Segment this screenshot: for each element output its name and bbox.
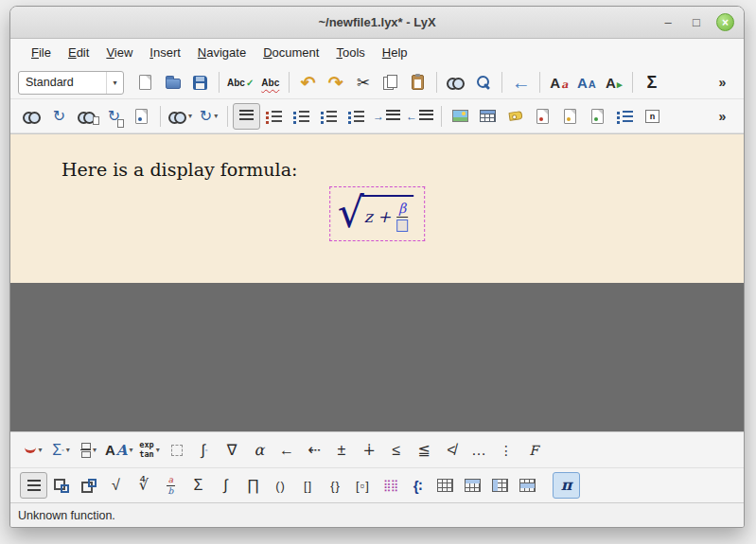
menu-file[interactable]: File bbox=[23, 42, 60, 63]
insert-cross-reference-button[interactable] bbox=[529, 103, 556, 130]
view-source-button[interactable] bbox=[128, 103, 155, 130]
minimize-button[interactable]: – bbox=[659, 13, 677, 32]
grid-delete-row-button[interactable] bbox=[514, 472, 541, 499]
close-button[interactable]: × bbox=[716, 13, 734, 31]
math-functions-dropdown[interactable]: exp tan ▾ bbox=[136, 437, 164, 464]
sum-button[interactable]: Σ bbox=[185, 472, 212, 499]
toolbar-separator bbox=[219, 72, 220, 93]
view-button[interactable] bbox=[18, 103, 45, 130]
save-document-button[interactable] bbox=[186, 69, 214, 96]
parentheses-button[interactable]: () bbox=[267, 472, 294, 499]
menu-edit[interactable]: Edit bbox=[60, 42, 97, 63]
apply-text-style-button[interactable]: A ▸ bbox=[600, 69, 627, 96]
menu-insert[interactable]: Insert bbox=[141, 42, 189, 63]
labeling-list-button[interactable] bbox=[343, 103, 370, 130]
update-button[interactable]: ↻ bbox=[45, 103, 73, 130]
leq-button[interactable]: ≤ bbox=[383, 437, 411, 464]
math-inset[interactable]: √ z + β bbox=[329, 186, 426, 241]
product-button[interactable]: ∏ bbox=[239, 472, 267, 499]
undo-button[interactable]: ↶ bbox=[294, 69, 322, 96]
menu-tools[interactable]: Tools bbox=[327, 42, 373, 63]
copy-button[interactable] bbox=[377, 69, 404, 96]
cases-icon: {∶ bbox=[413, 479, 423, 493]
grid-insert-button[interactable] bbox=[431, 472, 459, 499]
math-space-button[interactable] bbox=[164, 437, 191, 464]
numbered-list-button[interactable] bbox=[260, 103, 288, 130]
big-operators-dropdown[interactable]: Σ▫▾ bbox=[47, 437, 75, 464]
math-font-dropdown[interactable]: A A ▾ bbox=[102, 437, 136, 464]
increase-depth-button[interactable]: → bbox=[370, 103, 403, 130]
greek-letters-button[interactable]: α bbox=[246, 437, 273, 464]
vertical-dots-button[interactable]: ⋮ bbox=[493, 437, 520, 464]
brackets-button[interactable]: [] bbox=[294, 472, 322, 499]
insert-label-button[interactable] bbox=[501, 103, 529, 130]
empty-math-placeholder[interactable] bbox=[396, 219, 408, 232]
braces-button[interactable]: {} bbox=[322, 472, 349, 499]
title-bar[interactable]: ~/newfile1.lyx* - LyX – □ × bbox=[10, 7, 744, 39]
not-less-button[interactable]: ≮ bbox=[438, 437, 466, 464]
grid-add-row-button[interactable] bbox=[459, 472, 486, 499]
update-other-formats-button[interactable]: ↻▾ bbox=[195, 103, 222, 130]
toolbar-separator bbox=[632, 72, 633, 93]
paste-button[interactable] bbox=[404, 69, 431, 96]
misc-functions-button[interactable]: F bbox=[520, 437, 548, 464]
menu-help[interactable]: Help bbox=[374, 42, 416, 63]
document-canvas[interactable]: Here is a display formula: √ z + β bbox=[10, 133, 744, 283]
insert-math-button[interactable]: Σ bbox=[638, 69, 665, 96]
fractions-dropdown[interactable]: ▾ bbox=[75, 437, 102, 464]
new-document-button[interactable] bbox=[132, 69, 159, 96]
plus-minus-button[interactable]: ± bbox=[328, 437, 356, 464]
nabla-button[interactable]: ∇ bbox=[219, 437, 246, 464]
dots-button[interactable]: … bbox=[466, 437, 493, 464]
find-replace-button[interactable] bbox=[442, 69, 469, 96]
superscript-button[interactable] bbox=[75, 472, 102, 499]
update-master-button[interactable]: ↻ bbox=[100, 103, 128, 130]
fraction-button[interactable]: a b bbox=[157, 472, 185, 499]
math-display-toggle[interactable] bbox=[20, 472, 47, 499]
bullet-list-button[interactable] bbox=[288, 103, 315, 130]
arrows-button[interactable]: ← bbox=[273, 437, 301, 464]
square-root-button[interactable]: √ bbox=[102, 472, 130, 499]
view-master-button[interactable] bbox=[73, 103, 100, 130]
description-list-button[interactable] bbox=[315, 103, 343, 130]
emphasis-button[interactable]: A a bbox=[545, 69, 572, 96]
continuous-spellcheck-button[interactable]: Abc bbox=[256, 69, 284, 96]
insert-graphics-button[interactable] bbox=[447, 103, 474, 130]
insert-footnote-button[interactable] bbox=[556, 103, 584, 130]
open-document-button[interactable] bbox=[159, 69, 186, 96]
dot-plus-button[interactable]: ∔ bbox=[356, 437, 383, 464]
emphasis-icon: A a bbox=[550, 76, 568, 90]
navigate-back-button[interactable]: ← bbox=[507, 69, 535, 96]
menu-document[interactable]: Document bbox=[255, 42, 327, 63]
noun-style-button[interactable]: A A bbox=[572, 69, 600, 96]
subscript-button[interactable] bbox=[47, 472, 75, 499]
cases-environment-button[interactable]: {∶ bbox=[404, 472, 431, 499]
math-decorations-dropdown[interactable]: ▾ bbox=[20, 437, 47, 464]
maximize-button[interactable]: □ bbox=[688, 13, 705, 32]
integral-limits-button[interactable]: ∫▫ bbox=[191, 437, 219, 464]
insert-margin-note-button[interactable] bbox=[584, 103, 611, 130]
decrease-depth-button[interactable]: ← bbox=[403, 103, 436, 130]
grid-add-column-button[interactable] bbox=[486, 472, 514, 499]
insert-matrix-button[interactable]: ⣿⣿ bbox=[377, 472, 404, 499]
menu-view[interactable]: View bbox=[97, 42, 141, 63]
view-other-formats-button[interactable]: ▾ bbox=[166, 103, 195, 130]
toolbar-overflow-button[interactable]: » bbox=[709, 69, 736, 96]
redo-button[interactable]: ↷ bbox=[322, 69, 349, 96]
zoom-button[interactable] bbox=[469, 69, 497, 96]
menu-navigate[interactable]: Navigate bbox=[189, 42, 255, 63]
insert-note-button[interactable]: n bbox=[639, 103, 666, 130]
delimiters-button[interactable]: [▫] bbox=[349, 472, 377, 499]
cut-button[interactable]: ✂ bbox=[349, 69, 377, 96]
spellcheck-button[interactable]: Abc ✓ bbox=[224, 69, 256, 96]
insert-table-button[interactable] bbox=[474, 103, 501, 130]
math-panels-toggle[interactable]: π bbox=[553, 472, 580, 499]
leqq-button[interactable]: ≦ bbox=[411, 437, 438, 464]
nth-root-button[interactable]: ∜ bbox=[130, 472, 157, 499]
insert-toc-button[interactable] bbox=[611, 103, 639, 130]
dashed-arrows-button[interactable]: ⇠ bbox=[301, 437, 328, 464]
paragraph-settings-toggle[interactable] bbox=[233, 103, 260, 130]
integral-button[interactable]: ∫ bbox=[212, 472, 239, 499]
toolbar-overflow-button[interactable]: » bbox=[709, 103, 736, 130]
paragraph-style-selector[interactable]: Standard ▾ bbox=[18, 71, 124, 95]
